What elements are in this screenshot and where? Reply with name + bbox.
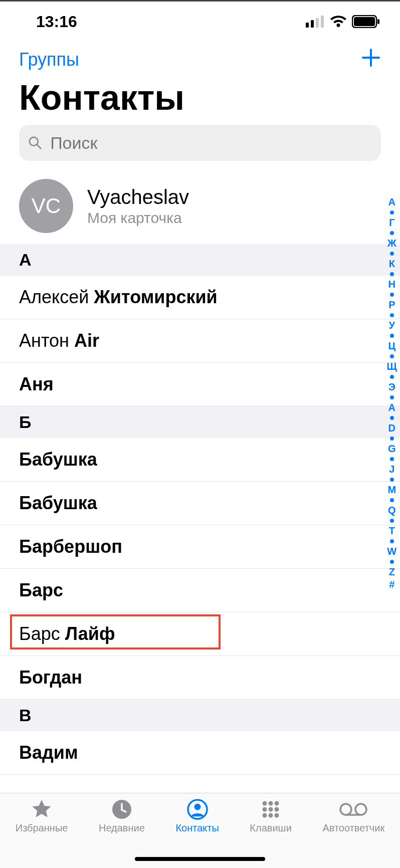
- section-header: В: [0, 700, 400, 731]
- index-dot[interactable]: [390, 560, 394, 564]
- page-title: Контакты: [0, 75, 400, 125]
- groups-button[interactable]: Группы: [19, 49, 79, 70]
- index-letter[interactable]: У: [389, 319, 395, 332]
- home-indicator[interactable]: [135, 857, 265, 861]
- keypad-icon: [260, 799, 281, 820]
- nav-bar: Группы: [0, 42, 400, 75]
- search-input[interactable]: [49, 133, 372, 153]
- svg-rect-1: [311, 20, 314, 28]
- tab-bar: Избранные Недавние Контакты: [0, 793, 400, 868]
- index-dot[interactable]: [390, 293, 394, 297]
- star-icon: [31, 798, 53, 820]
- svg-rect-2: [316, 18, 319, 28]
- contact-row[interactable]: Богдан: [0, 656, 400, 700]
- clock-icon: [111, 799, 132, 820]
- contact-row[interactable]: Бабушка: [0, 438, 400, 482]
- index-dot[interactable]: [390, 210, 394, 214]
- tab-voicemail[interactable]: Автоответчик: [322, 798, 384, 834]
- battery-icon: [352, 15, 380, 28]
- tab-contacts[interactable]: Контакты: [175, 798, 219, 834]
- tab-label: Автоответчик: [322, 822, 384, 834]
- contact-row[interactable]: Алексей Житомирский: [0, 276, 400, 319]
- index-letter[interactable]: Э: [388, 381, 395, 393]
- svg-rect-0: [306, 23, 309, 28]
- index-letter[interactable]: А: [388, 196, 395, 208]
- index-dot[interactable]: [390, 457, 394, 461]
- search-field[interactable]: [19, 125, 381, 161]
- contact-row[interactable]: Барбершоп: [0, 525, 400, 569]
- index-letter[interactable]: Щ: [387, 360, 397, 373]
- svg-point-17: [275, 807, 279, 812]
- index-letter[interactable]: Ж: [387, 237, 396, 250]
- svg-point-16: [269, 807, 273, 812]
- search-icon: [28, 135, 42, 150]
- section-header: А: [0, 244, 400, 276]
- index-dot[interactable]: [390, 416, 394, 420]
- plus-icon: [361, 48, 381, 68]
- index-letter[interactable]: J: [389, 463, 394, 476]
- svg-point-13: [269, 801, 273, 806]
- add-contact-button[interactable]: [361, 48, 381, 72]
- index-dot[interactable]: [390, 437, 394, 441]
- index-letter[interactable]: К: [389, 258, 395, 270]
- svg-point-19: [269, 813, 273, 818]
- section-header: Б: [0, 406, 400, 438]
- svg-rect-5: [354, 17, 375, 26]
- index-letter[interactable]: G: [388, 443, 396, 455]
- tab-favorites[interactable]: Избранные: [16, 798, 68, 834]
- svg-point-14: [275, 801, 279, 806]
- tab-recents[interactable]: Недавние: [99, 798, 145, 834]
- index-letter[interactable]: A: [388, 401, 395, 414]
- index-dot[interactable]: [390, 498, 394, 502]
- contact-icon: [187, 799, 208, 820]
- index-letter[interactable]: D: [388, 422, 395, 435]
- az-index[interactable]: АГЖКНРУЦЩЭADGJMQTWZ#: [387, 196, 397, 591]
- index-letter[interactable]: Q: [388, 504, 396, 517]
- index-dot[interactable]: [390, 395, 394, 399]
- index-dot[interactable]: [390, 519, 394, 523]
- contact-row[interactable]: Бабушка: [0, 482, 400, 525]
- contact-row[interactable]: Аня: [0, 363, 400, 406]
- index-letter[interactable]: M: [387, 484, 396, 496]
- index-letter[interactable]: W: [387, 545, 396, 558]
- tab-label: Клавиши: [250, 822, 291, 834]
- my-card-sub: Моя карточка: [87, 209, 189, 227]
- tab-label: Контакты: [175, 822, 219, 834]
- contact-row[interactable]: Антон Air: [0, 319, 400, 363]
- index-dot[interactable]: [390, 252, 394, 256]
- wifi-icon: [330, 16, 347, 28]
- svg-point-22: [355, 804, 366, 815]
- svg-point-18: [263, 813, 267, 818]
- index-letter[interactable]: #: [389, 578, 394, 591]
- tab-label: Недавние: [99, 822, 145, 834]
- tab-keypad[interactable]: Клавиши: [250, 798, 291, 834]
- status-time: 13:16: [36, 13, 77, 31]
- contact-row[interactable]: Вадим: [0, 731, 400, 775]
- index-letter[interactable]: T: [389, 525, 395, 537]
- index-letter[interactable]: Н: [388, 278, 395, 291]
- index-dot[interactable]: [390, 354, 394, 358]
- index-dot[interactable]: [390, 313, 394, 317]
- cellular-icon: [306, 16, 325, 28]
- index-dot[interactable]: [390, 539, 394, 543]
- index-dot[interactable]: [390, 478, 394, 482]
- contact-row[interactable]: Барс: [0, 569, 400, 612]
- index-dot[interactable]: [390, 334, 394, 338]
- index-dot[interactable]: [390, 231, 394, 235]
- index-letter[interactable]: Z: [389, 566, 395, 578]
- svg-rect-3: [321, 16, 324, 28]
- index-letter[interactable]: Г: [389, 216, 394, 229]
- index-dot[interactable]: [390, 375, 394, 379]
- svg-point-12: [263, 801, 267, 806]
- index-dot[interactable]: [390, 272, 394, 276]
- my-card[interactable]: VC Vyacheslav Моя карточка: [0, 168, 400, 244]
- status-icons: [306, 15, 380, 28]
- contact-row[interactable]: Барс Лайф: [0, 612, 400, 656]
- svg-point-21: [340, 804, 351, 815]
- index-letter[interactable]: Р: [388, 299, 395, 311]
- index-letter[interactable]: Ц: [388, 340, 396, 352]
- contacts-list: VC Vyacheslav Моя карточка ААлексей Жито…: [0, 168, 400, 775]
- svg-point-11: [194, 804, 201, 810]
- svg-point-15: [263, 807, 267, 812]
- tab-label: Избранные: [16, 822, 68, 834]
